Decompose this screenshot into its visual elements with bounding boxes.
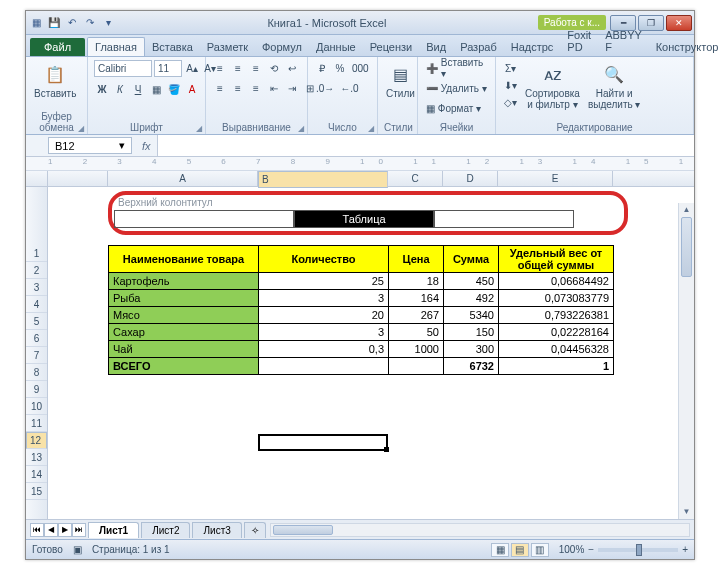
macro-record-icon[interactable]: ▣ <box>73 544 82 555</box>
page-break-view-icon[interactable]: ▥ <box>531 543 549 557</box>
align-mid-icon[interactable]: ≡ <box>230 60 246 76</box>
cell[interactable]: 3 <box>259 290 389 307</box>
file-tab[interactable]: Файл <box>30 38 85 56</box>
select-all-corner[interactable] <box>26 171 48 186</box>
undo-icon[interactable]: ↶ <box>64 15 80 31</box>
col-header-D[interactable]: D <box>443 171 498 186</box>
align-bot-icon[interactable]: ≡ <box>248 60 264 76</box>
scroll-thumb[interactable] <box>273 525 333 535</box>
cell[interactable]: 18 <box>389 273 444 290</box>
zoom-slider[interactable] <box>598 548 678 552</box>
th-name[interactable]: Наименование товара <box>109 246 259 273</box>
tab-nav-first-icon[interactable]: ⏮ <box>30 523 44 537</box>
launcher-icon[interactable]: ◢ <box>78 124 84 133</box>
tab-nav-last-icon[interactable]: ⏭ <box>72 523 86 537</box>
header-footer-zone[interactable]: Верхний колонтитул Таблица <box>108 191 628 235</box>
sheet-tab[interactable]: Лист3 <box>192 522 241 538</box>
tab-home[interactable]: Главная <box>87 37 145 56</box>
border-button[interactable]: ▦ <box>148 81 164 97</box>
th-price[interactable]: Цена <box>389 246 444 273</box>
cell[interactable]: Рыба <box>109 290 259 307</box>
horizontal-scrollbar[interactable] <box>270 523 690 537</box>
th-qty[interactable]: Количество <box>259 246 389 273</box>
col-header-E[interactable]: E <box>498 171 613 186</box>
qat-more-icon[interactable]: ▾ <box>100 15 116 31</box>
sheet-tab[interactable]: Лист2 <box>141 522 190 538</box>
row-header[interactable]: 6 <box>26 330 47 347</box>
cell[interactable]: 267 <box>389 307 444 324</box>
cell[interactable]: Сахар <box>109 324 259 341</box>
name-box[interactable]: B12▾ <box>48 137 132 154</box>
scroll-down-icon[interactable]: ▼ <box>679 505 694 519</box>
cell[interactable]: 450 <box>444 273 499 290</box>
inc-decimal-icon[interactable]: .0→ <box>314 80 336 96</box>
row-header[interactable]: 5 <box>26 313 47 330</box>
row-header[interactable]: 8 <box>26 364 47 381</box>
cell[interactable] <box>259 358 389 375</box>
th-weight[interactable]: Удельный вес от общей суммы <box>499 246 614 273</box>
formula-input[interactable] <box>157 135 694 156</box>
find-select-button[interactable]: 🔍Найти и выделить ▾ <box>586 60 643 112</box>
row-header[interactable]: 3 <box>26 279 47 296</box>
underline-button[interactable]: Ч <box>130 81 146 97</box>
cell[interactable]: 0,02228164 <box>499 324 614 341</box>
zoom-in-button[interactable]: + <box>682 544 688 555</box>
format-cells-button[interactable]: ▦ Формат ▾ <box>424 100 483 116</box>
col-header-B[interactable]: B <box>258 171 388 188</box>
orientation-icon[interactable]: ⟲ <box>266 60 282 76</box>
sort-filter-button[interactable]: ᴀᴢСортировка и фильтр ▾ <box>523 60 582 112</box>
header-right-segment[interactable] <box>434 210 574 228</box>
cell[interactable]: Картофель <box>109 273 259 290</box>
row-header[interactable]: 13 <box>26 449 47 466</box>
indent-inc-icon[interactable]: ⇥ <box>284 80 300 96</box>
sheet-tab[interactable]: Лист1 <box>88 522 139 538</box>
comma-icon[interactable]: 000 <box>350 60 371 76</box>
grow-font-icon[interactable]: A▴ <box>184 61 200 77</box>
cell[interactable]: ВСЕГО <box>109 358 259 375</box>
fill-icon[interactable]: ⬇▾ <box>502 77 519 93</box>
zoom-level[interactable]: 100% <box>559 544 585 555</box>
paste-button[interactable]: 📋Вставить <box>32 60 78 101</box>
tab-design[interactable]: Конструктор <box>649 38 720 56</box>
cell[interactable]: 0,3 <box>259 341 389 358</box>
launcher-icon[interactable]: ◢ <box>368 124 374 133</box>
tab-insert[interactable]: Вставка <box>145 38 200 56</box>
tab-foxit[interactable]: Foxit PD <box>560 26 598 56</box>
cell[interactable]: 25 <box>259 273 389 290</box>
cell[interactable]: 0,06684492 <box>499 273 614 290</box>
fill-color-button[interactable]: 🪣 <box>166 81 182 97</box>
cell[interactable]: 1 <box>499 358 614 375</box>
cell[interactable]: 0,073083779 <box>499 290 614 307</box>
tab-review[interactable]: Рецензи <box>363 38 420 56</box>
worksheet-grid[interactable]: Верхний колонтитул Таблица Наименование … <box>48 187 694 519</box>
col-header-A[interactable]: A <box>108 171 258 186</box>
cell[interactable]: 164 <box>389 290 444 307</box>
tab-addins[interactable]: Надстрс <box>504 38 561 56</box>
align-top-icon[interactable]: ≡ <box>212 60 228 76</box>
zoom-thumb[interactable] <box>636 544 642 556</box>
cell[interactable]: Чай <box>109 341 259 358</box>
row-header[interactable]: 4 <box>26 296 47 313</box>
cell[interactable]: 20 <box>259 307 389 324</box>
wrap-text-icon[interactable]: ↩ <box>284 60 300 76</box>
launcher-icon[interactable]: ◢ <box>298 124 304 133</box>
cell[interactable]: 300 <box>444 341 499 358</box>
row-header[interactable]: 12 <box>26 432 47 449</box>
font-color-button[interactable]: A <box>184 81 200 97</box>
scroll-up-icon[interactable]: ▲ <box>679 203 694 217</box>
cell[interactable]: 0,04456328 <box>499 341 614 358</box>
row-header[interactable]: 9 <box>26 381 47 398</box>
autosum-icon[interactable]: Σ▾ <box>502 60 519 76</box>
italic-button[interactable]: К <box>112 81 128 97</box>
row-header[interactable]: 15 <box>26 483 47 500</box>
row-header[interactable]: 11 <box>26 415 47 432</box>
currency-icon[interactable]: ₽ <box>314 60 330 76</box>
delete-cells-button[interactable]: ➖ Удалить ▾ <box>424 80 489 96</box>
cell[interactable]: 50 <box>389 324 444 341</box>
tab-layout[interactable]: Разметк <box>200 38 255 56</box>
insert-cells-button[interactable]: ➕ Вставить ▾ <box>424 60 489 76</box>
cell[interactable]: 3 <box>259 324 389 341</box>
row-header[interactable]: 2 <box>26 262 47 279</box>
cell[interactable]: 492 <box>444 290 499 307</box>
align-left-icon[interactable]: ≡ <box>212 80 228 96</box>
